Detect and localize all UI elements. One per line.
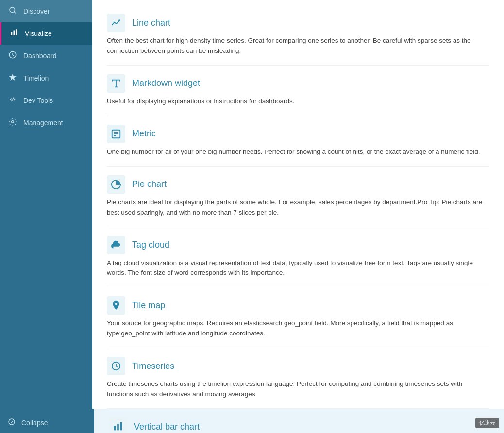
- sidebar-item-label: Dashboard: [23, 52, 57, 60]
- visualize-icon: [9, 28, 19, 39]
- viz-name-timeseries: Timeseries: [132, 361, 174, 371]
- viz-desc-pie-chart: Pie charts are ideal for displaying the …: [107, 198, 489, 218]
- sidebar-item-visualize[interactable]: Visualize: [0, 22, 92, 45]
- pie-chart-icon: [107, 175, 125, 194]
- viz-title-vertical-bar-chart: Vertical bar chart: [109, 417, 489, 433]
- sidebar: Discover Visualize Dashboard Timelion De…: [0, 0, 92, 433]
- sidebar-item-label: Management: [23, 119, 63, 127]
- viz-desc-timeseries: Create timeseries charts using the timel…: [107, 379, 489, 400]
- viz-item-vertical-bar-chart[interactable]: Vertical bar chart The goto chart for oh…: [92, 409, 504, 433]
- svg-rect-1: [11, 32, 12, 36]
- vertical-bar-chart-icon: [109, 417, 127, 433]
- timeseries-icon: [107, 357, 125, 375]
- viz-desc-tile-map: Your source for geographic maps. Require…: [107, 318, 489, 339]
- viz-title-tile-map: Tile map: [107, 296, 489, 315]
- devtools-icon: [8, 95, 17, 106]
- content-area: Line chart Often the best chart for high…: [92, 0, 504, 433]
- svg-rect-16: [120, 422, 122, 431]
- sidebar-collapse[interactable]: Collapse: [0, 412, 92, 433]
- sidebar-item-label: Timelion: [23, 74, 49, 82]
- watermark: 亿速云: [475, 418, 499, 428]
- timelion-icon: [8, 73, 17, 83]
- management-icon: [8, 117, 17, 128]
- sidebar-item-timelion[interactable]: Timelion: [0, 67, 92, 89]
- markdown-icon: [107, 74, 125, 93]
- dashboard-icon: [8, 50, 17, 61]
- viz-desc-tag-cloud: A tag cloud visualization is a visual re…: [107, 258, 489, 279]
- collapse-label: Collapse: [21, 419, 48, 427]
- viz-item-metric[interactable]: Metric One big number for all of your on…: [107, 116, 489, 167]
- viz-title-pie-chart: Pie chart: [107, 175, 489, 194]
- sidebar-item-dashboard[interactable]: Dashboard: [0, 45, 92, 67]
- viz-item-line-chart[interactable]: Line chart Often the best chart for high…: [107, 5, 489, 66]
- collapse-icon: [8, 418, 16, 427]
- viz-name-pie-chart: Pie chart: [132, 179, 167, 189]
- viz-name-tile-map: Tile map: [132, 300, 165, 311]
- viz-title-markdown: Markdown widget: [107, 74, 489, 93]
- metric-icon: [107, 125, 125, 143]
- viz-name-tag-cloud: Tag cloud: [132, 240, 169, 250]
- viz-desc-metric: One big number for all of your one big n…: [107, 147, 489, 157]
- viz-name-markdown: Markdown widget: [132, 78, 200, 88]
- svg-rect-3: [16, 29, 17, 35]
- sidebar-item-label: Visualize: [25, 30, 52, 37]
- sidebar-item-management[interactable]: Management: [0, 112, 92, 134]
- sidebar-item-label: Discover: [23, 7, 50, 15]
- viz-item-pie-chart[interactable]: Pie chart Pie charts are ideal for displ…: [107, 167, 489, 227]
- viz-name-vertical-bar-chart: Vertical bar chart: [134, 422, 200, 432]
- discover-icon: [8, 6, 17, 17]
- svg-rect-15: [117, 424, 119, 431]
- sidebar-item-devtools[interactable]: Dev Tools: [0, 89, 92, 112]
- viz-item-timeseries[interactable]: Timeseries Create timeseries charts usin…: [107, 348, 489, 409]
- svg-point-5: [12, 121, 14, 123]
- line-chart-icon: [107, 14, 125, 32]
- svg-rect-2: [14, 31, 15, 36]
- svg-point-0: [10, 7, 15, 13]
- main-content: Line chart Often the best chart for high…: [92, 0, 504, 433]
- sidebar-item-label: Dev Tools: [23, 97, 53, 104]
- tag-cloud-icon: [107, 236, 125, 254]
- viz-title-timeseries: Timeseries: [107, 357, 489, 375]
- viz-name-metric: Metric: [132, 129, 156, 139]
- viz-desc-markdown: Useful for displaying explanations or in…: [107, 97, 489, 107]
- viz-item-markdown[interactable]: Markdown widget Useful for displaying ex…: [107, 66, 489, 116]
- tile-map-icon: [107, 296, 125, 315]
- viz-title-tag-cloud: Tag cloud: [107, 236, 489, 254]
- viz-desc-line-chart: Often the best chart for high density ti…: [107, 36, 489, 56]
- viz-item-tag-cloud[interactable]: Tag cloud A tag cloud visualization is a…: [107, 227, 489, 288]
- viz-item-tile-map[interactable]: Tile map Your source for geographic maps…: [107, 287, 489, 348]
- viz-title-metric: Metric: [107, 125, 489, 143]
- svg-rect-14: [114, 426, 116, 430]
- viz-name-line-chart: Line chart: [132, 18, 170, 28]
- sidebar-item-discover[interactable]: Discover: [0, 0, 92, 22]
- viz-title-line-chart: Line chart: [107, 14, 489, 32]
